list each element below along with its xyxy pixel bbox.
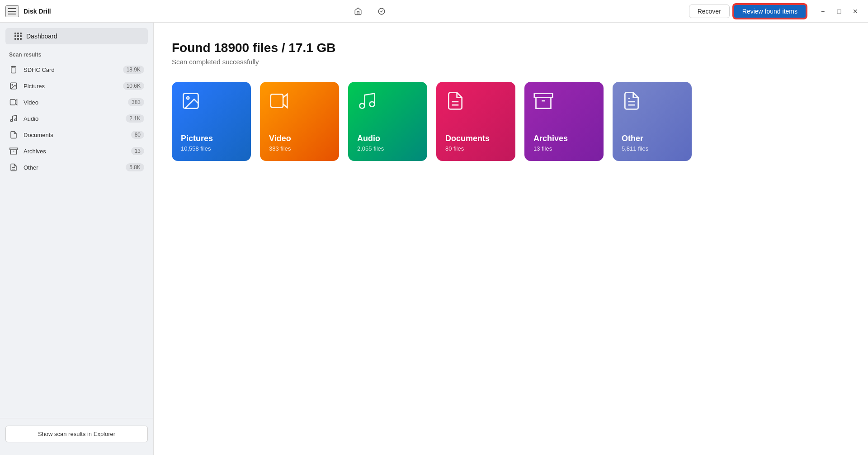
sidebar-item-count-other: 5.8K [126,163,144,171]
maximize-button[interactable]: □ [832,4,846,19]
card-archives-title: Archives [533,134,594,143]
scan-results-label: Scan results [0,52,153,58]
menu-button[interactable] [5,5,19,17]
title-bar-right: Recover Review found items − □ ✕ [689,4,863,19]
svg-point-6 [14,119,17,121]
card-audio[interactable]: Audio 2,055 files [348,82,427,161]
card-documents-title: Documents [445,134,506,143]
video-icon [9,98,18,107]
main-layout: Dashboard Scan results SDHC Card 18.9K [0,23,868,455]
sidebar-item-name-other: Other [24,164,120,171]
sidebar-item-archives[interactable]: Archives 13 [0,143,153,159]
svg-rect-4 [10,100,15,105]
card-video[interactable]: Video 383 files [260,82,339,161]
found-title: Found 18900 files / 17.1 GB [172,41,850,55]
card-documents-count: 80 files [445,145,506,152]
sidebar-item-video[interactable]: Video 383 [0,94,153,110]
show-explorer-button[interactable]: Show scan results in Explorer [5,426,148,442]
card-archives[interactable]: Archives 13 files [524,82,604,161]
sidebar-item-documents[interactable]: Documents 80 [0,127,153,143]
checkmark-button[interactable] [373,3,390,19]
sidebar-item-name-sdhc: SDHC Card [24,66,118,73]
svg-rect-13 [271,94,283,107]
card-pictures-title: Pictures [181,134,242,143]
sidebar-item-count-documents: 80 [131,131,144,139]
minimize-button[interactable]: − [816,4,830,19]
sidebar: Dashboard Scan results SDHC Card 18.9K [0,23,154,455]
svg-point-5 [10,119,13,122]
sidebar-item-count-archives: 13 [131,147,144,155]
card-audio-title: Audio [357,134,418,143]
card-other-title: Other [622,134,683,143]
sidebar-footer: Show scan results in Explorer [0,418,153,450]
sidebar-item-audio[interactable]: Audio 2.1K [0,110,153,127]
card-other[interactable]: Other 5,811 files [613,82,692,161]
svg-rect-7 [10,148,18,150]
sidebar-item-count-pictures: 10.6K [123,82,144,90]
card-video-count: 383 files [269,145,330,152]
sidebar-item-count-video: 383 [128,98,144,106]
sidebar-item-other[interactable]: Other 5.8K [0,159,153,175]
dashboard-button[interactable]: Dashboard [5,28,148,44]
sidebar-item-name-pictures: Pictures [24,83,118,90]
card-archives-count: 13 files [533,145,594,152]
title-bar-left: Disk Drill [5,5,51,17]
close-button[interactable]: ✕ [848,4,863,19]
sidebar-item-count-sdhc: 18.9K [123,66,144,74]
review-found-items-button[interactable]: Review found items [733,4,807,19]
content-area: Found 18900 files / 17.1 GB Scan complet… [154,23,868,455]
other-icon [9,163,18,172]
sdhc-icon [9,65,18,74]
sidebar-item-count-audio: 2.1K [126,114,144,123]
sidebar-item-name-documents: Documents [24,132,126,138]
card-pictures-count: 10,558 files [181,145,242,152]
card-documents[interactable]: Documents 80 files [436,82,515,161]
title-bar-center [350,3,390,19]
documents-icon [9,130,18,139]
sidebar-item-name-audio: Audio [24,115,120,122]
card-other-count: 5,811 files [622,145,683,152]
dashboard-label: Dashboard [26,33,57,40]
sidebar-item-pictures[interactable]: Pictures 10.6K [0,78,153,94]
window-controls: − □ ✕ [816,4,863,19]
title-bar: Disk Drill Recover Review found items − … [0,0,868,23]
category-cards-grid: Pictures 10,558 files Video 383 files [172,82,850,161]
scan-status: Scan completed successfully [172,58,850,66]
card-audio-count: 2,055 files [357,145,418,152]
grid-icon [14,33,22,40]
svg-point-3 [12,84,13,85]
svg-point-15 [370,102,375,107]
svg-rect-18 [534,94,552,98]
sidebar-item-name-archives: Archives [24,148,126,155]
home-button[interactable] [350,3,366,19]
sidebar-item-name-video: Video [24,99,123,106]
audio-icon [9,114,18,123]
card-video-title: Video [269,134,330,143]
archives-icon [9,147,18,156]
app-title: Disk Drill [24,8,51,15]
sidebar-item-sdhc[interactable]: SDHC Card 18.9K [0,62,153,78]
svg-point-14 [360,104,365,109]
card-pictures[interactable]: Pictures 10,558 files [172,82,251,161]
svg-point-12 [187,97,189,100]
recover-button[interactable]: Recover [689,5,730,18]
pictures-icon [9,81,18,90]
